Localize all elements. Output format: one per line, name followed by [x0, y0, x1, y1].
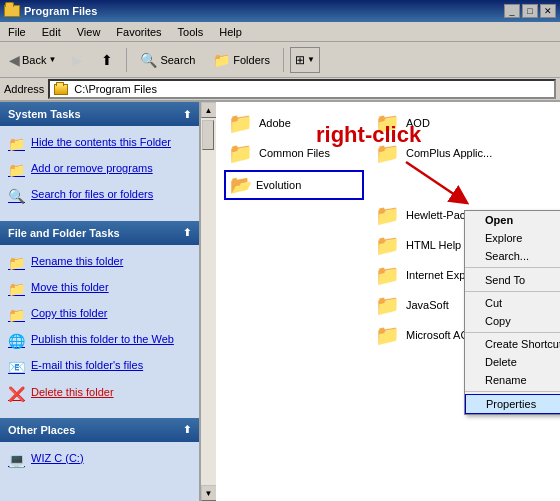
svg-line-1	[406, 162, 461, 199]
maximize-button[interactable]: □	[522, 4, 538, 18]
rename-folder-task[interactable]: 📁 Rename this folder	[4, 251, 195, 275]
folder-icon-evolution: 📂	[230, 174, 252, 196]
delete-label: Delete this folder	[31, 385, 114, 399]
ctx-search[interactable]: Search...	[465, 247, 560, 265]
system-tasks-section: System Tasks ⬆ 📁 Hide the contents this …	[0, 102, 199, 217]
ctx-create-shortcut[interactable]: Create Shortcut	[465, 335, 560, 353]
folder-evolution[interactable]: 📂 Evolution	[224, 170, 364, 200]
move-folder-task[interactable]: 📁 Move this folder	[4, 277, 195, 301]
arrow-annotation	[401, 157, 481, 207]
toolbar-separator-2	[283, 48, 284, 72]
folder-name-adobe: Adobe	[259, 117, 291, 129]
right-click-annotation: right-click	[316, 122, 421, 148]
ctx-rename[interactable]: Rename	[465, 371, 560, 389]
view-button[interactable]: ⊞ ▼	[290, 47, 320, 73]
window-icon	[4, 5, 20, 17]
rename-label: Rename this folder	[31, 254, 123, 268]
close-button[interactable]: ✕	[540, 4, 556, 18]
system-tasks-header[interactable]: System Tasks ⬆	[0, 102, 199, 126]
scroll-up-arrow[interactable]: ▲	[201, 102, 217, 118]
hide-folder-icon: 📁	[8, 135, 25, 153]
folders-label: Folders	[233, 54, 270, 66]
folder-icon-ie: 📁	[375, 265, 400, 285]
folder-icon-common-files: 📁	[228, 143, 253, 163]
menu-help[interactable]: Help	[215, 25, 246, 39]
move-label: Move this folder	[31, 280, 109, 294]
ctx-sep-4	[465, 391, 560, 392]
wiz-drive-task[interactable]: 💻 WIZ C (C:)	[4, 448, 195, 472]
address-value: C:\Program Files	[74, 83, 157, 95]
menu-favorites[interactable]: Favorites	[112, 25, 165, 39]
scroll-track[interactable]	[201, 118, 216, 485]
ctx-copy[interactable]: Copy	[465, 312, 560, 330]
back-dropdown-icon[interactable]: ▼	[48, 55, 56, 64]
menu-tools[interactable]: Tools	[174, 25, 208, 39]
right-panel: right-click 📁 Adobe 📁 Common Files	[216, 102, 560, 501]
folders-button[interactable]: 📁 Folders	[206, 46, 277, 74]
folder-icon-hewlett: 📁	[375, 205, 400, 225]
search-button[interactable]: 🔍 Search	[133, 46, 202, 74]
toolbar-separator-1	[126, 48, 127, 72]
folder-icon-adobe: 📁	[228, 113, 253, 133]
folder-icon-html-help: 📁	[375, 235, 400, 255]
ctx-sep-3	[465, 332, 560, 333]
ctx-send-to-label: Send To	[485, 274, 525, 286]
file-folder-tasks-section: File and Folder Tasks ⬆ 📁 Rename this fo…	[0, 221, 199, 414]
publish-folder-task[interactable]: 🌐 Publish this folder to the Web	[4, 329, 195, 353]
address-field[interactable]: C:\Program Files	[48, 79, 556, 99]
main-scrollbar[interactable]: ▲ ▼	[200, 102, 216, 501]
forward-button[interactable]: ▶	[65, 46, 90, 74]
address-bar: Address C:\Program Files	[0, 78, 560, 102]
other-places-chevron: ⬆	[183, 424, 191, 435]
back-label: Back	[22, 54, 46, 66]
hide-folder-task[interactable]: 📁 Hide the contents this Folder	[4, 132, 195, 156]
minimize-button[interactable]: _	[504, 4, 520, 18]
search-files-label: Search for files or folders	[31, 187, 153, 201]
wiz-drive-icon: 💻	[8, 451, 25, 469]
folder-name-evolution: Evolution	[256, 179, 301, 191]
folder-icon-javasoft: 📁	[375, 295, 400, 315]
toolbar: ◀ Back ▼ ▶ ⬆ 🔍 Search 📁 Folders ⊞ ▼	[0, 42, 560, 78]
menu-file[interactable]: File	[4, 25, 30, 39]
ctx-send-to[interactable]: Send To ▶	[465, 270, 560, 289]
folder-name-javasoft: JavaSoft	[406, 299, 449, 311]
scroll-down-arrow[interactable]: ▼	[201, 485, 217, 501]
back-button[interactable]: ◀ Back ▼	[4, 49, 61, 71]
email-icon: 📧	[8, 358, 25, 376]
copy-folder-task[interactable]: 📁 Copy this folder	[4, 303, 195, 327]
ctx-open[interactable]: Open	[465, 211, 560, 229]
ctx-explore[interactable]: Explore	[465, 229, 560, 247]
ctx-cut[interactable]: Cut	[465, 294, 560, 312]
other-places-header[interactable]: Other Places ⬆	[0, 418, 199, 442]
publish-label: Publish this folder to the Web	[31, 332, 174, 346]
email-folder-task[interactable]: 📧 E-mail this folder's files	[4, 355, 195, 379]
ctx-properties[interactable]: Properties	[465, 394, 560, 414]
address-folder-icon	[54, 84, 68, 95]
file-folder-tasks-chevron: ⬆	[183, 227, 191, 238]
system-tasks-chevron: ⬆	[183, 109, 191, 120]
window-controls: _ □ ✕	[504, 4, 556, 18]
ctx-delete[interactable]: Delete	[465, 353, 560, 371]
address-label: Address	[4, 83, 44, 95]
add-remove-programs-task[interactable]: 📁 Add or remove programs	[4, 158, 195, 182]
system-tasks-title: System Tasks	[8, 108, 81, 120]
menu-view[interactable]: View	[73, 25, 105, 39]
delete-folder-task[interactable]: ❌ Delete this folder	[4, 382, 195, 406]
scroll-thumb[interactable]	[202, 120, 214, 150]
file-folder-tasks-title: File and Folder Tasks	[8, 227, 120, 239]
hide-folder-label: Hide the contents this Folder	[31, 135, 171, 149]
context-menu: Open Explore Search... Send To ▶ Cut Cop…	[464, 210, 560, 415]
file-folder-tasks-header[interactable]: File and Folder Tasks ⬆	[0, 221, 199, 245]
view-dropdown-icon[interactable]: ▼	[307, 55, 315, 64]
folders-icon: 📁	[213, 52, 230, 68]
search-files-icon: 🔍	[8, 187, 25, 205]
folder-icon-microsoft-act: 📁	[375, 325, 400, 345]
add-remove-label: Add or remove programs	[31, 161, 153, 175]
up-button[interactable]: ⬆	[94, 46, 120, 74]
window-title: Program Files	[24, 5, 500, 17]
file-folder-tasks-content: 📁 Rename this folder 📁 Move this folder …	[0, 245, 199, 414]
search-files-task[interactable]: 🔍 Search for files or folders	[4, 184, 195, 208]
title-bar: Program Files _ □ ✕	[0, 0, 560, 22]
publish-icon: 🌐	[8, 332, 25, 350]
menu-edit[interactable]: Edit	[38, 25, 65, 39]
